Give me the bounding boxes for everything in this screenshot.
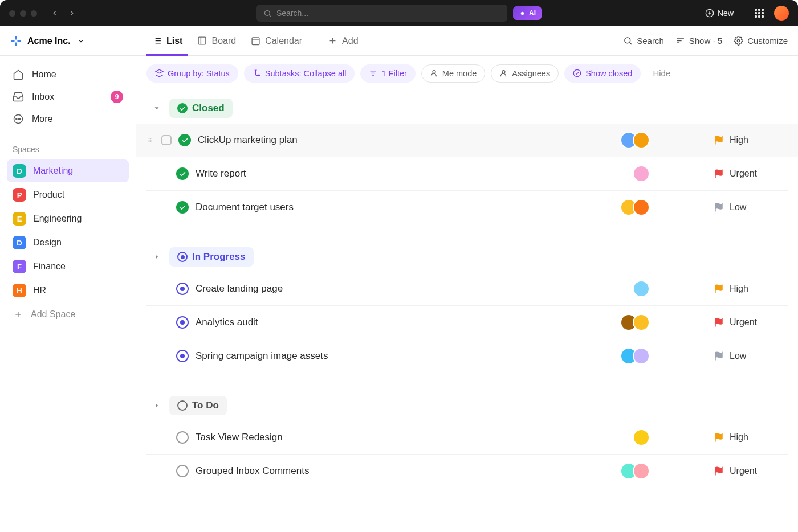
svg-point-49 — [150, 141, 152, 142]
ai-sparkle-icon — [519, 10, 526, 17]
traffic-min[interactable] — [20, 10, 26, 17]
collapse-toggle[interactable] — [151, 103, 162, 114]
back-icon[interactable] — [51, 9, 59, 17]
task-row[interactable]: ClickUp marketing plan High — [136, 124, 798, 157]
collapse-toggle[interactable] — [151, 400, 162, 411]
task-status-icon[interactable] — [176, 201, 189, 214]
inbox-badge: 9 — [111, 91, 123, 103]
space-item-product[interactable]: PProduct — [7, 183, 129, 206]
task-title: Create landing page — [196, 283, 626, 294]
task-status-icon[interactable] — [176, 465, 189, 477]
view-search[interactable]: Search — [623, 36, 664, 46]
view-show[interactable]: Show · 5 — [675, 36, 722, 46]
task-status-icon[interactable] — [176, 350, 189, 362]
assignee-list — [633, 165, 650, 182]
view-tab-board[interactable]: Board — [192, 26, 242, 55]
task-priority[interactable]: High — [714, 135, 788, 145]
space-item-design[interactable]: DDesign — [7, 231, 129, 254]
task-priority[interactable]: High — [714, 432, 788, 443]
workspace-name: Acme Inc. — [27, 36, 71, 46]
nav-inbox[interactable]: Inbox 9 — [7, 85, 129, 108]
svg-marker-50 — [156, 255, 158, 259]
task-row[interactable]: Document target users Low — [146, 191, 788, 224]
view-tab-list[interactable]: List — [146, 26, 188, 55]
inbox-icon — [13, 91, 24, 103]
task-row[interactable]: Analytics audit Urgent — [146, 306, 788, 339]
sidebar: Acme Inc. Home Inbox 9 More Spaces DMark… — [0, 26, 136, 532]
space-item-hr[interactable]: HHR — [7, 279, 129, 302]
status-chip[interactable]: To Do — [169, 396, 227, 415]
add-space-button[interactable]: Add Space — [7, 303, 129, 326]
space-item-finance[interactable]: FFinance — [7, 255, 129, 278]
global-search[interactable]: Search... — [256, 5, 507, 22]
filter-show-closed[interactable]: Show closed — [564, 64, 641, 83]
task-priority[interactable]: Urgent — [714, 317, 788, 328]
status-chip[interactable]: Closed — [169, 99, 233, 118]
task-priority[interactable]: Urgent — [714, 466, 788, 476]
top-bar: Search... AI New — [0, 0, 798, 26]
task-priority[interactable]: High — [714, 284, 788, 294]
workspace-switcher[interactable]: Acme Inc. — [0, 26, 136, 56]
ai-button[interactable]: AI — [513, 6, 542, 20]
assignee-avatar[interactable] — [633, 463, 650, 480]
board-icon — [197, 36, 207, 46]
space-item-engineering[interactable]: EEngineering — [7, 207, 129, 230]
filter-filter[interactable]: 1 Filter — [360, 64, 415, 83]
assignee-avatar[interactable] — [633, 132, 650, 149]
task-row[interactable]: Spring campaign image assets Low — [146, 339, 788, 373]
filter-hide[interactable]: Hide — [646, 64, 677, 83]
filter-assignees[interactable]: Assignees — [491, 64, 559, 83]
traffic-max[interactable] — [31, 10, 37, 17]
assignee-avatar[interactable] — [633, 165, 650, 182]
assignee-avatar[interactable] — [633, 429, 650, 446]
assignee-avatar[interactable] — [633, 347, 650, 365]
task-row[interactable]: Task View Redesign High — [146, 421, 788, 455]
assignee-list — [620, 199, 650, 216]
task-row[interactable]: Grouped Inbox Comments Urgent — [146, 455, 788, 488]
flag-icon — [714, 317, 724, 328]
svg-rect-22 — [199, 37, 206, 44]
filter-me-mode[interactable]: Me mode — [421, 64, 485, 83]
view-tab-add[interactable]: Add — [322, 26, 364, 55]
svg-point-12 — [18, 118, 19, 120]
drag-handle-icon[interactable] — [146, 136, 154, 145]
group-header-todo: To Do — [146, 388, 788, 421]
status-chip[interactable]: In Progress — [169, 247, 254, 267]
apps-icon[interactable] — [755, 9, 764, 18]
task-checkbox[interactable] — [161, 135, 172, 145]
nav-more[interactable]: More — [7, 108, 129, 130]
space-item-marketing[interactable]: DMarketing — [7, 159, 129, 182]
svg-rect-6 — [15, 36, 17, 39]
task-priority[interactable]: Urgent — [714, 169, 788, 179]
task-status-icon[interactable] — [176, 431, 189, 444]
task-row[interactable]: Write report Urgent — [146, 157, 788, 191]
svg-point-33 — [738, 39, 740, 42]
traffic-close[interactable] — [9, 10, 15, 17]
flag-icon — [714, 169, 724, 179]
new-button[interactable]: New — [705, 9, 734, 18]
task-priority[interactable]: Low — [714, 351, 788, 361]
collapse-toggle[interactable] — [151, 251, 162, 263]
view-customize[interactable]: Customize — [734, 36, 788, 46]
forward-icon[interactable] — [68, 9, 76, 17]
view-tab-calendar[interactable]: Calendar — [245, 26, 308, 55]
task-status-icon[interactable] — [176, 283, 189, 295]
task-status-icon[interactable] — [178, 134, 191, 146]
task-status-icon[interactable] — [176, 316, 189, 329]
svg-marker-43 — [155, 107, 159, 109]
nav-home[interactable]: Home — [7, 64, 129, 85]
task-status-icon[interactable] — [176, 167, 189, 180]
assignee-avatar[interactable] — [633, 314, 650, 331]
svg-point-48 — [149, 141, 150, 142]
task-priority[interactable]: Low — [714, 202, 788, 212]
svg-rect-8 — [11, 40, 15, 42]
filter-group-by[interactable]: Group by: Status — [146, 64, 238, 83]
assignee-avatar[interactable] — [633, 280, 650, 297]
svg-point-45 — [150, 138, 152, 139]
task-row[interactable]: Create landing page High — [146, 272, 788, 306]
user-avatar[interactable] — [774, 6, 789, 21]
filter-subtasks[interactable]: Subtasks: Collapse all — [244, 64, 355, 83]
task-title: Spring campaign image assets — [196, 350, 613, 362]
space-name: HR — [33, 285, 46, 296]
assignee-avatar[interactable] — [633, 199, 650, 216]
